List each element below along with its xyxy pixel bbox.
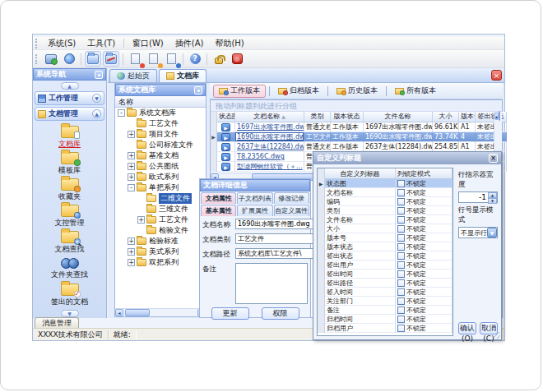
table-row[interactable]: 1697出水嘴零件图.dwg 普通文档 工作版本 1697出水嘴零件图.dwg … bbox=[211, 122, 502, 132]
tab-basic-attributes[interactable]: 基本属性 bbox=[201, 205, 236, 216]
dialog-row[interactable]: 版本状态不锁定 bbox=[318, 242, 452, 251]
column-header[interactable]: 版本状态 bbox=[331, 112, 364, 122]
dialog-row[interactable]: 归档用户不锁定 bbox=[318, 324, 452, 333]
dialog-row[interactable]: 大小不锁定 bbox=[318, 224, 452, 233]
scroll-thumb[interactable] bbox=[499, 111, 500, 121]
menu-tools[interactable]: 工具(T) bbox=[81, 37, 121, 50]
doc-checkin-button[interactable] bbox=[127, 51, 143, 67]
lock-checkbox[interactable] bbox=[397, 261, 405, 269]
lock-checkbox[interactable] bbox=[397, 189, 405, 196]
connect-button[interactable] bbox=[43, 51, 59, 67]
lock-button[interactable] bbox=[211, 51, 227, 67]
tab-subdoc-list[interactable]: 子文档列表 bbox=[237, 192, 272, 204]
message-manager-tab[interactable]: 消息管理 bbox=[35, 317, 79, 328]
dialog-row[interactable]: 文档名称不锁定 bbox=[318, 188, 452, 197]
expand-expander-icon[interactable] bbox=[137, 216, 145, 224]
dialog-row[interactable]: 版本号不锁定 bbox=[318, 233, 452, 242]
tree-node[interactable]: 单把系列 bbox=[115, 182, 206, 193]
permissions-button[interactable]: 权限 bbox=[262, 307, 299, 320]
doc-name-cell[interactable]: 1697出水嘴零件图.dwg bbox=[235, 122, 304, 132]
resize-grip[interactable] bbox=[494, 332, 500, 339]
dialog-column-header[interactable]: 自定义列标题 bbox=[325, 168, 396, 179]
menu-help[interactable]: 帮助(H) bbox=[209, 37, 249, 50]
doc-category-input[interactable] bbox=[235, 233, 323, 244]
column-header[interactable]: 文件名称 bbox=[364, 112, 433, 122]
doc-name-cell[interactable]: 1690出水嘴零件图.dwg bbox=[235, 132, 304, 142]
doc-checkout-button[interactable] bbox=[145, 51, 161, 67]
dialog-row[interactable]: 签入时间不锁定 bbox=[318, 288, 452, 297]
sidebar-item-doc-library[interactable]: 文档库 bbox=[33, 124, 106, 150]
spin-down-icon[interactable]: ▼ bbox=[488, 198, 497, 204]
tree-node[interactable]: 三维文件 bbox=[115, 204, 206, 214]
dialog-row[interactable]: 编码不锁定 bbox=[318, 197, 452, 206]
tree-horizontal-scrollbar[interactable]: ◂ ▸ bbox=[115, 308, 206, 316]
lock-checkbox[interactable] bbox=[397, 252, 405, 260]
lock-checkbox[interactable] bbox=[397, 207, 405, 214]
collapse-expander-icon[interactable] bbox=[118, 109, 125, 117]
dialog-row[interactable]: 归档时间不锁定 bbox=[318, 315, 452, 324]
lock-checkbox[interactable] bbox=[397, 234, 405, 242]
scroll-thumb[interactable] bbox=[125, 309, 150, 316]
dialog-row[interactable]: 备注不锁定 bbox=[318, 306, 452, 315]
spin-up-icon[interactable]: ▲ bbox=[488, 192, 497, 198]
version-tab-all[interactable]: 所有版本 bbox=[390, 85, 441, 98]
tree-node[interactable]: 欧式系列 bbox=[115, 172, 206, 182]
version-tab-history[interactable]: 历史版本 bbox=[332, 85, 383, 98]
dialog-row[interactable]: 签出状态不锁定 bbox=[318, 251, 452, 261]
lock-checkbox[interactable] bbox=[397, 316, 405, 323]
dialog-row[interactable]: 类别不锁定 bbox=[318, 206, 452, 215]
lock-checkbox[interactable] bbox=[397, 297, 405, 305]
collapse-expander-icon[interactable] bbox=[128, 184, 135, 191]
scroll-left-icon[interactable]: ◂ bbox=[115, 309, 123, 316]
dialog-title-bar[interactable]: 自定义列标题 bbox=[313, 152, 501, 164]
expand-expander-icon[interactable] bbox=[128, 248, 135, 256]
doc-send-button[interactable] bbox=[163, 51, 179, 67]
tree-node[interactable]: 双把系列 bbox=[115, 257, 206, 268]
tree-node[interactable]: 公共图纸 bbox=[115, 161, 206, 172]
column-header[interactable]: 类别 bbox=[304, 112, 331, 122]
column-header-sorted[interactable]: 文档名称▲ bbox=[235, 112, 304, 122]
tab-extended-attributes[interactable]: 扩展属性 bbox=[237, 205, 272, 216]
scroll-track[interactable] bbox=[123, 309, 197, 316]
lock-checkbox[interactable] bbox=[397, 216, 405, 224]
tree-node[interactable]: 检验标准 bbox=[115, 236, 206, 247]
collapse-up-icon[interactable]: ▲ bbox=[61, 82, 79, 90]
dialog-column-header[interactable]: 列锁定模式 bbox=[396, 168, 452, 179]
version-tab-archive[interactable]: 归档版本 bbox=[273, 85, 324, 98]
sidebar-item-template-library[interactable]: 模板库 bbox=[33, 150, 106, 177]
tree-node[interactable]: 公司标准文件 bbox=[115, 140, 206, 150]
sidebar-item-favorites[interactable]: 收藏夹 bbox=[33, 177, 106, 203]
expand-expander-icon[interactable] bbox=[128, 173, 135, 181]
lock-checkbox[interactable] bbox=[397, 325, 405, 332]
lock-checkbox[interactable] bbox=[397, 270, 405, 278]
tab-custom-attributes[interactable]: 自定义属性 bbox=[274, 205, 309, 216]
lock-checkbox[interactable] bbox=[397, 180, 405, 187]
sidebar-item-doc-search[interactable]: 文档查找 bbox=[33, 229, 106, 256]
tree-column-header[interactable]: 名称 bbox=[115, 96, 206, 108]
tree-node[interactable]: 工艺文件 bbox=[115, 214, 206, 225]
help-button[interactable] bbox=[187, 51, 203, 67]
dropdown-arrow-icon[interactable] bbox=[487, 228, 497, 238]
pin-icon[interactable] bbox=[194, 86, 202, 95]
chevron-down-icon[interactable]: ▼ bbox=[92, 94, 101, 103]
exit-button[interactable] bbox=[229, 51, 245, 67]
row-number-mode-select[interactable]: 不显示行号 bbox=[458, 227, 498, 238]
sidebar-group-work[interactable]: 工作管理 ▼ bbox=[35, 91, 104, 105]
version-tab-work[interactable]: 工作版本 bbox=[213, 85, 266, 98]
collapse-down-icon[interactable]: ▼ bbox=[61, 310, 79, 317]
sidebar-group-docs[interactable]: 文档管理 ▲ bbox=[35, 107, 104, 121]
tree-node-selected[interactable]: 二维文件 bbox=[115, 193, 206, 204]
lock-checkbox[interactable] bbox=[397, 307, 405, 314]
doc-name-cell[interactable]: T8.2356C.dwg bbox=[235, 152, 304, 162]
expand-expander-icon[interactable] bbox=[128, 131, 135, 138]
dialog-row[interactable]: 签出用户不锁定 bbox=[318, 261, 452, 270]
column-header[interactable]: 状态图 bbox=[217, 112, 235, 122]
dialog-row[interactable]: 关注部门不锁定 bbox=[318, 297, 452, 306]
expand-expander-icon[interactable] bbox=[128, 152, 135, 159]
column-header[interactable]: 大小 bbox=[433, 112, 459, 122]
memo-textarea[interactable] bbox=[235, 263, 308, 304]
close-folder-button[interactable] bbox=[103, 51, 119, 67]
doc-name-input[interactable] bbox=[235, 219, 323, 229]
lock-checkbox[interactable] bbox=[397, 288, 405, 296]
expand-expander-icon[interactable] bbox=[128, 163, 135, 170]
